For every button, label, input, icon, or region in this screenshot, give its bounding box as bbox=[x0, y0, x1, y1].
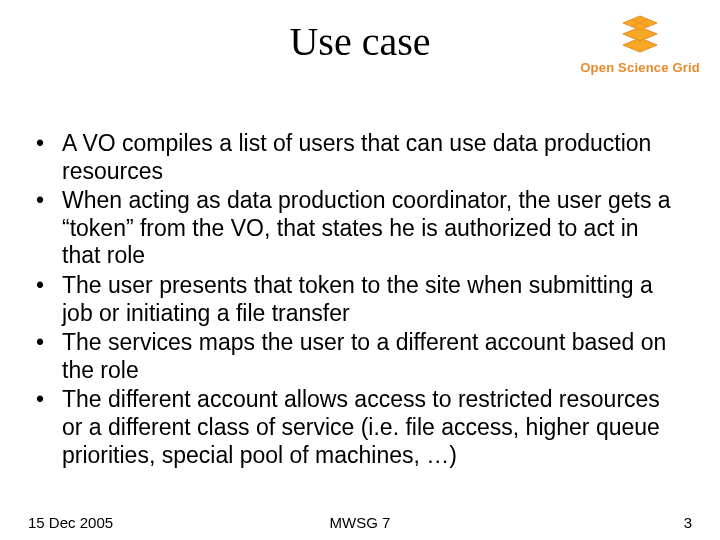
list-item: The different account allows access to r… bbox=[28, 386, 680, 469]
footer-page-number: 3 bbox=[684, 514, 692, 531]
osg-logo: Open Science Grid bbox=[580, 14, 700, 75]
footer-center: MWSG 7 bbox=[0, 514, 720, 531]
stacked-grids-icon bbox=[617, 40, 663, 57]
list-item: A VO compiles a list of users that can u… bbox=[28, 130, 680, 185]
slide: Use case Open Science Grid A VO compiles… bbox=[0, 0, 720, 540]
list-item: When acting as data production coordinat… bbox=[28, 187, 680, 270]
list-item: The services maps the user to a differen… bbox=[28, 329, 680, 384]
logo-text: Open Science Grid bbox=[580, 60, 700, 75]
bullet-list: A VO compiles a list of users that can u… bbox=[28, 130, 680, 471]
list-item: The user presents that token to the site… bbox=[28, 272, 680, 327]
